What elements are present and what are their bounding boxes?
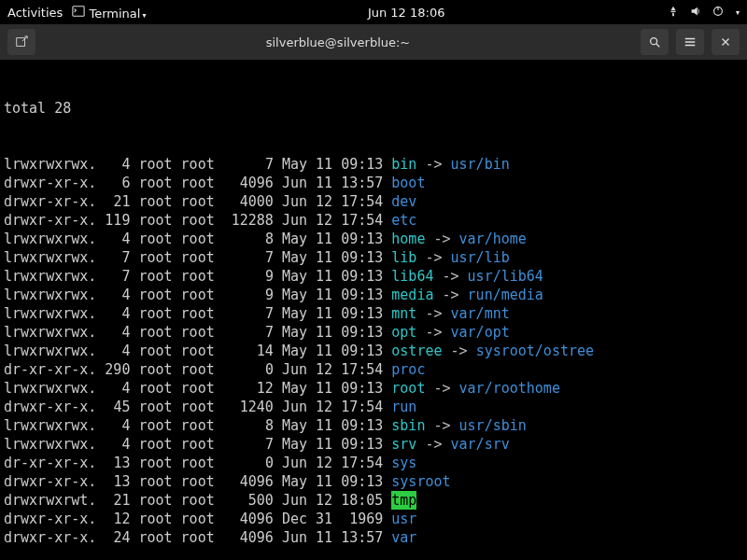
symlink-target: run/media	[468, 286, 543, 304]
ls-row: drwxr-xr-x.24 rootroot4096 Jun 11 13:57v…	[4, 528, 743, 547]
file-name: usr	[391, 510, 416, 528]
network-icon[interactable]	[667, 5, 680, 21]
link-count: 24	[96, 528, 130, 547]
close-button[interactable]	[712, 29, 740, 55]
group: root	[181, 211, 223, 230]
ls-row: lrwxrwxrwx.4 rootroot7 May 11 09:13srv -…	[4, 435, 743, 454]
ls-row: drwxr-xr-x.45 rootroot1240 Jun 12 17:54r…	[4, 398, 743, 416]
date: May 11 09:13	[282, 379, 391, 398]
link-count: 4	[96, 155, 130, 174]
permissions: drwxr-xr-x.	[4, 528, 96, 547]
file-name: tmp	[391, 491, 416, 510]
symlink-arrow: ->	[433, 267, 467, 286]
link-count: 4	[96, 286, 130, 304]
owner: root	[138, 435, 180, 454]
app-menu[interactable]: Terminal▾	[72, 5, 146, 21]
permissions: lrwxrwxrwx.	[4, 323, 96, 342]
ls-row: lrwxrwxrwx.4 rootroot7 May 11 09:13bin -…	[4, 155, 743, 174]
symlink-target: usr/lib64	[468, 267, 543, 286]
symlink-target: usr/sbin	[459, 416, 527, 435]
ls-row: drwxr-xr-x.21 rootroot4000 Jun 12 17:54d…	[4, 192, 743, 211]
power-icon[interactable]	[712, 5, 725, 21]
link-count: 21	[96, 192, 130, 211]
owner: root	[138, 472, 180, 491]
menu-button[interactable]	[676, 29, 704, 55]
date: Jun 12 18:05	[282, 491, 391, 510]
ls-row: drwxrwxrwt.21 rootroot500 Jun 12 18:05tm…	[4, 491, 743, 510]
group: root	[181, 230, 223, 248]
date: Jun 11 13:57	[282, 528, 391, 547]
owner: root	[138, 248, 180, 267]
ls-row: drwxr-xr-x.6 rootroot4096 Jun 11 13:57bo…	[4, 174, 743, 192]
group: root	[181, 192, 223, 211]
owner: root	[138, 267, 180, 286]
date: Jun 11 13:57	[282, 174, 391, 192]
permissions: lrwxrwxrwx.	[4, 379, 96, 398]
group: root	[181, 304, 223, 323]
activities-button[interactable]: Activities	[7, 6, 63, 20]
size: 1240	[223, 398, 274, 416]
ls-row: lrwxrwxrwx.4 rootroot8 May 11 09:13sbin …	[4, 416, 743, 435]
search-icon	[648, 35, 661, 49]
link-count: 4	[96, 304, 130, 323]
link-count: 6	[96, 174, 130, 192]
link-count: 4	[96, 379, 130, 398]
date: May 11 09:13	[282, 416, 391, 435]
file-name: home	[391, 230, 425, 248]
gnome-topbar: Activities Terminal▾ Jun 12 18:06 ▾	[0, 0, 747, 24]
volume-icon[interactable]	[689, 5, 702, 21]
file-name: boot	[391, 174, 425, 192]
ls-row: lrwxrwxrwx.4 rootroot8 May 11 09:13home …	[4, 230, 743, 248]
owner: root	[138, 528, 180, 547]
file-name: srv	[391, 435, 416, 454]
size: 7	[223, 248, 274, 267]
size: 0	[223, 454, 274, 472]
permissions: lrwxrwxrwx.	[4, 342, 96, 360]
group: root	[181, 174, 223, 192]
date: May 11 09:13	[282, 323, 391, 342]
symlink-target: var/mnt	[451, 304, 510, 323]
terminal-output[interactable]: total 28 lrwxrwxrwx.4 rootroot7 May 11 0…	[0, 60, 747, 560]
clock[interactable]: Jun 12 18:06	[146, 6, 667, 20]
symlink-arrow: ->	[425, 416, 458, 435]
symlink-target: var/home	[459, 230, 527, 248]
size: 7	[223, 323, 274, 342]
file-name: sys	[391, 454, 416, 472]
permissions: lrwxrwxrwx.	[4, 155, 96, 174]
permissions: lrwxrwxrwx.	[4, 230, 96, 248]
owner: root	[138, 155, 180, 174]
ls-row: lrwxrwxrwx.7 rootroot9 May 11 09:13lib64…	[4, 267, 743, 286]
owner: root	[138, 510, 180, 528]
file-name: mnt	[391, 304, 416, 323]
symlink-target: var/roothome	[459, 379, 560, 398]
file-name: sysroot	[391, 472, 450, 491]
symlink-arrow: ->	[425, 379, 458, 398]
date: Jun 12 17:54	[282, 192, 391, 211]
symlink-target: var/srv	[451, 435, 510, 454]
symlink-arrow: ->	[416, 323, 450, 342]
hamburger-icon	[684, 35, 697, 49]
size: 4096	[223, 472, 274, 491]
link-count: 119	[96, 211, 130, 230]
permissions: lrwxrwxrwx.	[4, 267, 96, 286]
date: Jun 12 17:54	[282, 398, 391, 416]
search-button[interactable]	[641, 29, 669, 55]
date: Jun 12 17:54	[282, 360, 391, 379]
symlink-arrow: ->	[433, 286, 467, 304]
owner: root	[138, 304, 180, 323]
size: 4096	[223, 510, 274, 528]
group: root	[181, 398, 223, 416]
owner: root	[138, 491, 180, 510]
file-name: lib	[391, 248, 416, 267]
new-tab-button[interactable]	[7, 29, 35, 55]
link-count: 4	[96, 230, 130, 248]
file-name: dev	[391, 192, 416, 211]
symlink-target: usr/lib	[451, 248, 510, 267]
owner: root	[138, 398, 180, 416]
date: May 11 09:13	[282, 230, 391, 248]
size: 4096	[223, 174, 274, 192]
file-name: lib64	[391, 267, 433, 286]
group: root	[181, 528, 223, 547]
owner: root	[138, 192, 180, 211]
svg-rect-0	[73, 6, 84, 16]
